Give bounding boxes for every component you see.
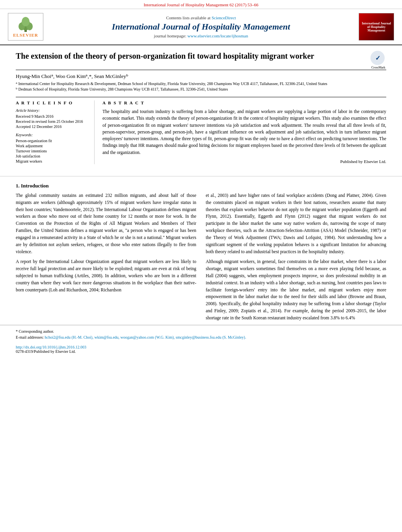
- keywords-label: Keywords:: [16, 133, 89, 137]
- journal-header: ELSEVIER Contents lists available at Sci…: [0, 9, 402, 45]
- crossmark-label: CrossMark: [370, 66, 386, 69]
- email-addresses: E-mail addresses: hchoi2@fsu.edu (H.-M. …: [16, 334, 386, 340]
- journal-citation-text: International Journal of Hospitality Man…: [143, 2, 258, 7]
- accepted-date: Accepted 12 December 2016: [16, 124, 89, 129]
- abstract-label: A B S T R A C T: [102, 100, 386, 105]
- corresponding-author-note: * Corresponding author.: [16, 328, 386, 334]
- elsevier-logo: ELSEVIER: [8, 13, 43, 41]
- affiliations: ᵃ International Center for Hospitality R…: [16, 81, 386, 92]
- body-right-col: et al., 2003) and have higher rates of f…: [206, 192, 386, 325]
- intro-section-title: 1. Introduction: [16, 183, 386, 189]
- sciencedirect-link[interactable]: ScienceDirect: [212, 15, 236, 20]
- crossmark-badge: ✓ CrossMark: [370, 51, 386, 67]
- issn-text: 0278-4319/Published by Elsevier Ltd.: [16, 349, 76, 354]
- history-label: Article history:: [16, 108, 89, 113]
- keyword-1: Person-organization fit: [16, 139, 89, 143]
- abstract-column: A B S T R A C T The hospitality and tour…: [102, 100, 386, 164]
- intro-para-2: A report by the International Labour Org…: [16, 258, 196, 293]
- published-by: Published by Elsevier Ltd.: [102, 159, 386, 164]
- article-title: The extension of the theory of person-or…: [16, 51, 367, 61]
- article-title-row: The extension of the theory of person-or…: [16, 51, 386, 70]
- doi-section: http://dx.doi.org/10.1016/j.ijhm.2016.12…: [0, 343, 402, 356]
- intro-para-right-2: Although migrant workers, in general, fa…: [206, 258, 386, 321]
- article-info-abstract: A R T I C L E I N F O Article history: R…: [16, 97, 386, 164]
- keyword-2: Work adjustment: [16, 144, 89, 148]
- journal-thumbnail: International Journal of Hospitality Man…: [359, 13, 394, 41]
- journal-title-section: Contents lists available at ScienceDirec…: [43, 15, 359, 38]
- doi-link[interactable]: http://dx.doi.org/10.1016/j.ijhm.2016.12…: [16, 345, 86, 349]
- svg-point-4: [22, 17, 30, 26]
- body-content: 1. Introduction The global community sus…: [0, 183, 402, 325]
- contents-available-label: Contents lists available at ScienceDirec…: [47, 15, 355, 20]
- received-revised-date: Received in revised form 25 October 2016: [16, 119, 89, 124]
- journal-citation-bar: International Journal of Hospitality Man…: [0, 0, 402, 9]
- footnotes-section: * Corresponding author. E-mail addresses…: [0, 325, 402, 343]
- abstract-text: The hospitality and tourism industry is …: [102, 108, 386, 156]
- keyword-3: Turnover intentions: [16, 149, 89, 153]
- affiliation-a: ᵃ International Center for Hospitality R…: [16, 81, 386, 87]
- homepage-link[interactable]: www.elsevier.com/locate/ijhosman: [188, 33, 248, 38]
- journal-cover-image: International Journal of Hospitality Man…: [359, 13, 394, 41]
- authors-line: Hyung-Min Choiᵃ, Woo Gon Kimᵃ,*, Sean Mc…: [16, 73, 386, 80]
- article-info-column: A R T I C L E I N F O Article history: R…: [16, 100, 95, 164]
- article-history: Article history: Received 9 March 2016 R…: [16, 108, 89, 129]
- elsevier-tree-icon: [16, 16, 35, 33]
- intro-para-1: The global community sustains an estimat…: [16, 192, 196, 255]
- elsevier-wordmark: ELSEVIER: [13, 33, 38, 37]
- email-links[interactable]: hchoi2@fsu.edu (H.-M. Choi), wkim@fsu.ed…: [45, 335, 246, 339]
- article-info-label: A R T I C L E I N F O: [16, 100, 89, 105]
- journal-title: International Journal of Hospitality Man…: [47, 22, 355, 32]
- keyword-4: Job satisfaction: [16, 154, 89, 158]
- keywords-section: Keywords: Person-organization fit Work a…: [16, 133, 89, 163]
- intro-two-col: The global community sustains an estimat…: [16, 192, 386, 325]
- affiliation-b: ᵇ Dedman School of Hospitality, Florida …: [16, 87, 386, 92]
- received-date: Received 9 March 2016: [16, 114, 89, 119]
- article-header-section: The extension of the theory of person-or…: [0, 45, 402, 170]
- email-label: E-mail addresses:: [16, 335, 45, 339]
- section-divider: [0, 176, 402, 176]
- crossmark-icon: ✓: [370, 51, 385, 65]
- intro-para-right-1: et al., 2003) and have higher rates of f…: [206, 192, 386, 255]
- journal-homepage: journal homepage: www.elsevier.com/locat…: [47, 33, 355, 38]
- body-left-col: The global community sustains an estimat…: [16, 192, 196, 325]
- keyword-5: Migrant workers: [16, 159, 89, 163]
